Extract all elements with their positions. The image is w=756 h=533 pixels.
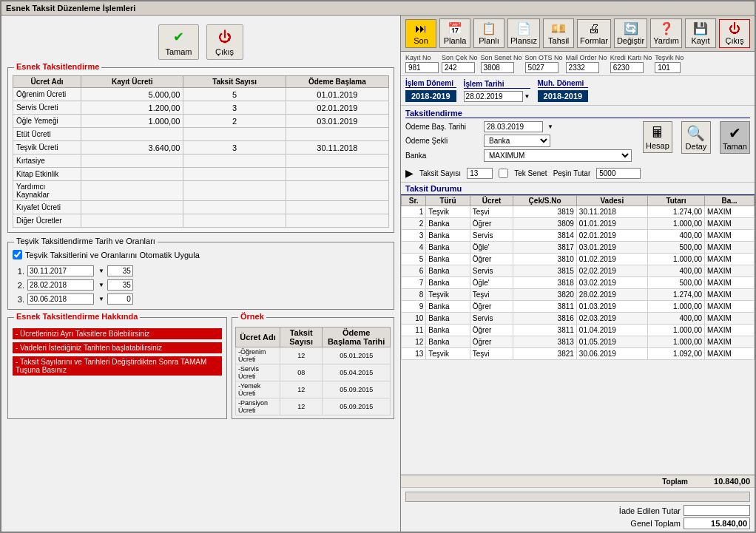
- muh-donemi-value[interactable]: 2018-2019: [538, 90, 589, 102]
- kayit-ucreti[interactable]: [81, 101, 183, 115]
- ucret-row[interactable]: Kıyafet Ücreti: [13, 201, 389, 214]
- tesvik-no-input[interactable]: [655, 62, 681, 73]
- son-cek-input[interactable]: [442, 62, 475, 73]
- taksit-row[interactable]: 4 Banka Öğle' 3817 03.01.2019 500,00 MAX…: [402, 242, 755, 254]
- taksit-sayisi[interactable]: [183, 201, 286, 214]
- taksit-row[interactable]: 1 Teşvik Teşvi 3819 30.11.2018 1.274,00 …: [402, 206, 755, 218]
- taksit-row[interactable]: 10 Banka Servis 3816 02.03.2019 400,00 M…: [402, 313, 755, 325]
- yardim-button[interactable]: ❓ Yardım: [650, 18, 682, 48]
- ucret-row[interactable]: Kırtasiye: [13, 155, 389, 168]
- ucret-row[interactable]: Kitap Etkinlik: [13, 168, 389, 181]
- kayit-no-input[interactable]: [405, 62, 439, 73]
- tesvik-val-1[interactable]: [107, 265, 133, 276]
- taksit-row[interactable]: 8 Teşvik Teşvi 3820 28.02.2019 1.274,00 …: [402, 289, 755, 301]
- tesvik-val-3[interactable]: [107, 293, 133, 305]
- ucret-row[interactable]: Öğrenim Ücreti: [13, 88, 389, 101]
- kayit-ucreti[interactable]: [81, 141, 183, 155]
- ucret-row[interactable]: Teşvik Ücreti: [13, 141, 389, 155]
- taksit-sayisi[interactable]: [183, 115, 286, 128]
- col-cek: Çek/S.No: [513, 196, 577, 206]
- banka-select[interactable]: MAXIMUM: [484, 149, 632, 162]
- kayit-ucreti[interactable]: [81, 181, 183, 201]
- kayit-ucreti[interactable]: [81, 155, 183, 168]
- tesvik-checkbox[interactable]: [13, 250, 22, 259]
- odeme-baslama[interactable]: [286, 128, 388, 141]
- taksit-sayisi[interactable]: [183, 155, 286, 168]
- odeme-baslama[interactable]: [286, 214, 388, 228]
- taksit-sayisi[interactable]: [183, 214, 286, 228]
- ucret-row[interactable]: Diğer Ücretler: [13, 214, 389, 228]
- odeme-baslama[interactable]: [286, 168, 388, 181]
- odeme-baslama[interactable]: [286, 201, 388, 214]
- taksit-sayisi-input[interactable]: [467, 168, 493, 179]
- cikis-button-left[interactable]: ⏻ Çıkış: [206, 24, 243, 60]
- taksit-row[interactable]: 13 Teşvik Teşvi 3821 30.06.2019 1.092,00…: [402, 348, 755, 360]
- planli-button[interactable]: 📋 Planlı: [473, 18, 504, 48]
- ucret-row[interactable]: Etüt Ücreti: [13, 128, 389, 141]
- mail-order-input[interactable]: [566, 62, 599, 73]
- taksit-sayisi[interactable]: [183, 101, 286, 115]
- tek-senet-checkbox[interactable]: [499, 169, 508, 178]
- taman-button[interactable]: ✔ Taman: [720, 121, 750, 154]
- son-button[interactable]: ⏭ Son: [405, 19, 436, 48]
- info-btn-1[interactable]: - Ücretlerinizi Ayrı Taksitlere Bölebili…: [13, 328, 222, 339]
- info-btn-3[interactable]: - Taksit Sayılarını ve Tarihleri Değişti…: [13, 356, 222, 376]
- kayit-ucreti[interactable]: [81, 168, 183, 181]
- tesvik-date-1[interactable]: [27, 265, 94, 276]
- taksit-row[interactable]: 2 Banka Öğrer 3809 01.01.2019 1.000,00 M…: [402, 218, 755, 230]
- kayit-ucreti[interactable]: [81, 128, 183, 141]
- taksit-sayisi[interactable]: [183, 181, 286, 201]
- tahsil-button[interactable]: 💴 Tahsil: [543, 18, 574, 48]
- odeme-bas-tarihi-input[interactable]: [484, 121, 543, 132]
- plansiz-button[interactable]: 📄 Plansız: [507, 18, 540, 48]
- taksit-row[interactable]: 3 Banka Servis 3814 02.01.2019 400,00 MA…: [402, 230, 755, 242]
- degistir-button[interactable]: 🔄 Değiştir: [614, 18, 647, 48]
- tamam-button[interactable]: ✔ Tamam: [158, 24, 198, 60]
- taksit-expand[interactable]: ▶: [405, 167, 414, 179]
- taksit-row[interactable]: 12 Banka Öğrer 3813 01.05.2019 1.000,00 …: [402, 336, 755, 348]
- taksit-table-scroll[interactable]: Sr. Türü Ücret Çek/S.No Vadesi Tutarı Ba…: [401, 195, 755, 475]
- iade-input[interactable]: [684, 505, 750, 516]
- ucret-row[interactable]: Öğle Yemeği: [13, 115, 389, 128]
- taksit-row[interactable]: 5 Banka Öğrer 3810 01.02.2019 1.000,00 M…: [402, 254, 755, 265]
- taksit-sayisi[interactable]: [183, 88, 286, 101]
- odeme-baslama[interactable]: [286, 101, 388, 115]
- taksit-row[interactable]: 7 Banka Öğle' 3818 03.02.2019 500,00 MAX…: [402, 277, 755, 289]
- tesvik-date-2[interactable]: [27, 279, 94, 291]
- odeme-baslama[interactable]: [286, 181, 388, 201]
- kayit-button[interactable]: 💾 Kayıt: [685, 18, 716, 48]
- taksit-sayisi[interactable]: [183, 141, 286, 155]
- planla-button[interactable]: 📅 Planla: [439, 18, 470, 48]
- islem-tarihi-input[interactable]: [464, 91, 523, 102]
- odeme-baslama[interactable]: [286, 88, 388, 101]
- taksit-row[interactable]: 9 Banka Öğrer 3811 01.03.2019 1.000,00 M…: [402, 301, 755, 313]
- son-ots-input[interactable]: [525, 62, 558, 73]
- info-btn-2[interactable]: - Vadeleri İstediğiniz Tarihten başlatab…: [13, 342, 222, 353]
- kayit-ucreti[interactable]: [81, 115, 183, 128]
- son-senet-input[interactable]: [481, 62, 514, 73]
- odeme-baslama[interactable]: [286, 155, 388, 168]
- ucret-row[interactable]: Yardımcı Kaynaklar: [13, 181, 389, 201]
- kayit-ucreti[interactable]: [81, 201, 183, 214]
- odeme-baslama[interactable]: [286, 115, 388, 128]
- kredi-karti-input[interactable]: [610, 62, 644, 73]
- odeme-baslama[interactable]: [286, 141, 388, 155]
- taksit-row[interactable]: 11 Banka Öğrer 3811 01.04.2019 1.000,00 …: [402, 325, 755, 336]
- tesvik-date-3[interactable]: [27, 293, 94, 305]
- taksit-sayisi[interactable]: [183, 168, 286, 181]
- cikis-button-right[interactable]: ⏻ Çıkış: [719, 19, 750, 48]
- pesin-tutar-input[interactable]: [596, 168, 641, 179]
- islem-donemi-value[interactable]: 2018-2019: [405, 90, 456, 102]
- kayit-ucreti[interactable]: [81, 88, 183, 101]
- kayit-ucreti[interactable]: [81, 214, 183, 228]
- taksit-sayisi[interactable]: [183, 128, 286, 141]
- formlar-button[interactable]: 🖨 Formlar: [577, 19, 611, 48]
- tesvik-val-2[interactable]: [107, 279, 133, 291]
- ucret-row[interactable]: Servis Ücreti: [13, 101, 389, 115]
- odeme-sekli-select[interactable]: Banka: [484, 135, 550, 147]
- scrollbar[interactable]: [405, 492, 750, 502]
- genel-toplam-input[interactable]: [684, 517, 750, 529]
- hesap-button[interactable]: 🖩 Hesap: [643, 121, 672, 153]
- detay-button[interactable]: 🔍 Detay: [681, 121, 711, 154]
- taksit-row[interactable]: 6 Banka Servis 3815 02.02.2019 400,00 MA…: [402, 265, 755, 277]
